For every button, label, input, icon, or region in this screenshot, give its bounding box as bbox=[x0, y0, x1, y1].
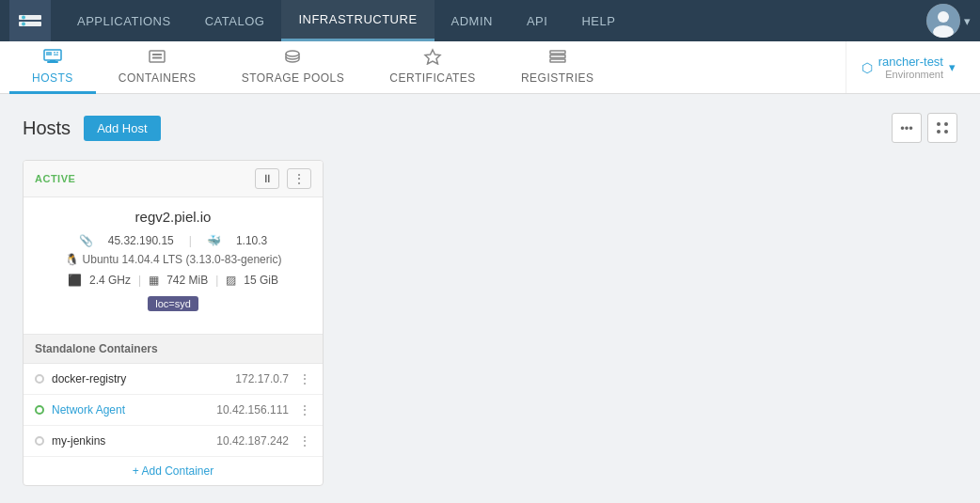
svg-rect-21 bbox=[550, 59, 565, 62]
env-caret-icon: ▾ bbox=[949, 60, 956, 74]
svg-point-25 bbox=[944, 130, 948, 134]
nav-infrastructure[interactable]: INFRASTRUCTURE bbox=[281, 0, 434, 41]
container-status-dot-3 bbox=[35, 436, 44, 446]
sub-nav: HOSTS CONTAINERS STORAGE POOLS bbox=[0, 41, 980, 94]
table-row: docker-registry 172.17.0.7 ⋮ bbox=[24, 364, 323, 395]
avatar[interactable] bbox=[926, 4, 960, 38]
table-row: Network Agent 10.42.156.111 ⋮ bbox=[24, 395, 323, 426]
page-title: Hosts bbox=[23, 118, 71, 139]
env-name: rancher-test bbox=[878, 55, 943, 69]
svg-rect-9 bbox=[50, 60, 55, 61]
subnav-containers[interactable]: CONTAINERS bbox=[96, 41, 219, 94]
svg-rect-19 bbox=[550, 51, 565, 54]
subnav-certificates[interactable]: CERTIFICATES bbox=[367, 41, 498, 94]
svg-point-3 bbox=[22, 23, 25, 26]
header-actions: ••• bbox=[892, 113, 957, 143]
container-menu-1[interactable]: ⋮ bbox=[298, 371, 311, 386]
avatar-caret[interactable]: ▾ bbox=[964, 14, 971, 28]
container-ip-1: 172.17.0.7 bbox=[235, 372, 289, 385]
top-nav-items: APPLICATIONS CATALOG INFRASTRUCTURE ADMI… bbox=[60, 0, 926, 41]
container-status-dot-1 bbox=[35, 374, 44, 384]
top-nav-right: ▾ bbox=[926, 4, 971, 38]
host-memory: 742 MiB bbox=[166, 274, 208, 287]
svg-rect-20 bbox=[550, 55, 565, 57]
host-os-row: 🐧 Ubuntu 14.04.4 LTS (3.13.0-83-generic) bbox=[39, 253, 308, 266]
nav-admin[interactable]: ADMIN bbox=[435, 0, 510, 41]
add-host-button[interactable]: Add Host bbox=[84, 116, 160, 141]
subnav-registries[interactable]: REGISTRIES bbox=[498, 41, 617, 94]
nav-catalog[interactable]: CATALOG bbox=[188, 0, 282, 41]
os-icon: 🐧 bbox=[65, 253, 79, 266]
svg-rect-8 bbox=[47, 61, 58, 63]
sub-nav-items: HOSTS CONTAINERS STORAGE POOLS bbox=[9, 41, 846, 94]
svg-rect-13 bbox=[54, 54, 58, 55]
more-options-button[interactable]: ••• bbox=[892, 113, 922, 143]
svg-point-22 bbox=[937, 122, 940, 126]
svg-rect-11 bbox=[54, 52, 55, 54]
svg-point-2 bbox=[22, 16, 25, 20]
svg-point-5 bbox=[938, 11, 949, 23]
top-nav: APPLICATIONS CATALOG INFRASTRUCTURE ADMI… bbox=[0, 0, 980, 41]
subnav-storage-pools[interactable]: STORAGE POOLS bbox=[219, 41, 368, 94]
host-ip-row: 📎 45.32.190.15 | 🐳 1.10.3 bbox=[39, 234, 308, 247]
registries-icon bbox=[548, 48, 567, 70]
svg-rect-10 bbox=[46, 52, 52, 55]
pause-icon: ⏸ bbox=[261, 172, 273, 185]
ip-icon: 📎 bbox=[79, 234, 93, 247]
cpu-icon: ⬛ bbox=[68, 274, 82, 287]
subnav-registries-label: REGISTRIES bbox=[521, 71, 594, 85]
svg-rect-14 bbox=[150, 51, 165, 62]
env-label: Environment bbox=[878, 69, 943, 80]
nav-api[interactable]: API bbox=[510, 0, 564, 41]
svg-rect-12 bbox=[56, 52, 58, 54]
main-content: Hosts Add Host ••• ACTIVE ⏸ bbox=[0, 94, 980, 503]
disk-icon: ▨ bbox=[226, 274, 236, 287]
svg-point-17 bbox=[286, 51, 299, 56]
container-status-dot-2 bbox=[35, 405, 44, 415]
host-card-body: regv2.piel.io 📎 45.32.190.15 | 🐳 1.10.3 … bbox=[24, 197, 323, 326]
container-name-1: docker-registry bbox=[52, 372, 235, 385]
subnav-hosts[interactable]: HOSTS bbox=[9, 41, 96, 94]
standalone-section: Standalone Containers docker-registry 17… bbox=[24, 334, 323, 485]
container-ip-2: 10.42.156.111 bbox=[216, 403, 289, 417]
container-ip-3: 10.42.187.242 bbox=[216, 434, 289, 448]
host-name: regv2.piel.io bbox=[39, 209, 308, 225]
container-menu-2[interactable]: ⋮ bbox=[298, 402, 311, 417]
svg-point-24 bbox=[937, 130, 940, 134]
more-icon: ⋮ bbox=[293, 172, 305, 185]
subnav-certificates-label: CERTIFICATES bbox=[389, 71, 476, 85]
ram-icon: ▦ bbox=[149, 274, 159, 287]
host-cpu: 2.4 GHz bbox=[89, 274, 131, 287]
environment-selector[interactable]: ⬡ rancher-test Environment ▾ bbox=[846, 41, 971, 93]
logo[interactable] bbox=[9, 0, 51, 41]
svg-point-23 bbox=[944, 122, 948, 126]
subnav-hosts-label: HOSTS bbox=[32, 71, 73, 85]
host-more-button[interactable]: ⋮ bbox=[287, 168, 311, 189]
page-header: Hosts Add Host ••• bbox=[23, 113, 957, 143]
svg-rect-16 bbox=[152, 56, 162, 58]
docker-version: 1.10.3 bbox=[236, 234, 267, 247]
layout-icon bbox=[935, 120, 950, 135]
nav-applications[interactable]: APPLICATIONS bbox=[60, 0, 188, 41]
host-card-header: ACTIVE ⏸ ⋮ bbox=[24, 161, 323, 197]
add-container-button[interactable]: + Add Container bbox=[24, 457, 323, 485]
host-storage: 15 GiB bbox=[244, 274, 278, 287]
host-card: ACTIVE ⏸ ⋮ regv2.piel.io 📎 45.32.190.15 … bbox=[23, 160, 324, 486]
host-pause-button[interactable]: ⏸ bbox=[255, 168, 279, 189]
env-dropdown[interactable]: ⬡ rancher-test Environment ▾ bbox=[861, 55, 956, 80]
storage-icon bbox=[283, 48, 302, 70]
host-resources-row: ⬛ 2.4 GHz | ▦ 742 MiB | ▨ 15 GiB bbox=[39, 274, 308, 287]
layout-button[interactable] bbox=[927, 113, 957, 143]
env-icon: ⬡ bbox=[861, 60, 873, 75]
svg-rect-15 bbox=[152, 54, 162, 55]
host-os: Ubuntu 14.04.4 LTS (3.13.0-83-generic) bbox=[83, 253, 282, 266]
container-name-2[interactable]: Network Agent bbox=[52, 403, 216, 417]
subnav-storage-label: STORAGE POOLS bbox=[242, 71, 345, 85]
subnav-containers-label: CONTAINERS bbox=[119, 71, 197, 85]
host-card-actions: ⏸ ⋮ bbox=[255, 168, 311, 189]
host-ip: 45.32.190.15 bbox=[108, 234, 174, 247]
container-name-3: my-jenkins bbox=[52, 434, 216, 448]
docker-icon: 🐳 bbox=[207, 234, 221, 247]
nav-help[interactable]: HELP bbox=[564, 0, 632, 41]
container-menu-3[interactable]: ⋮ bbox=[298, 433, 311, 448]
